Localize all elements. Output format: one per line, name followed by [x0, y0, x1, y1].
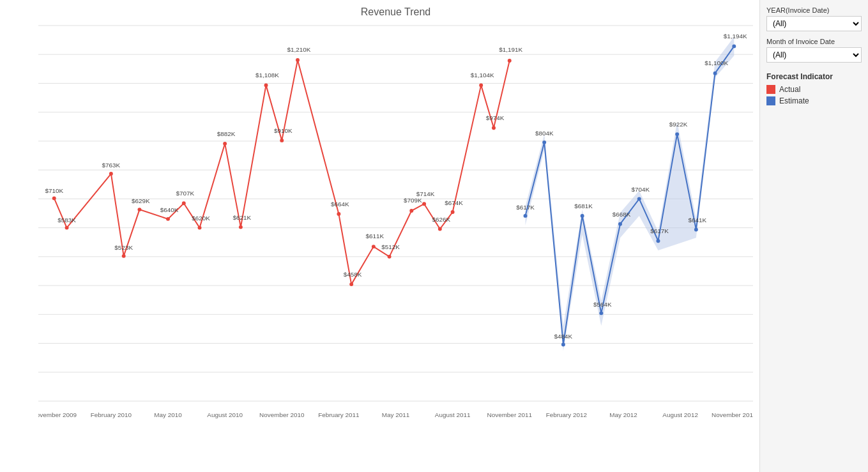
svg-text:$620K: $620K: [192, 215, 210, 222]
svg-text:$704K: $704K: [631, 186, 650, 193]
svg-text:$714K: $714K: [416, 190, 435, 197]
svg-point-98: [451, 210, 455, 214]
svg-point-83: [166, 217, 170, 221]
svg-text:$1,194K: $1,194K: [724, 33, 747, 40]
svg-text:$1,191K: $1,191K: [499, 46, 522, 53]
svg-point-88: [264, 83, 268, 87]
svg-text:$617K: $617K: [650, 227, 669, 234]
svg-text:$922K: $922K: [669, 121, 688, 128]
svg-point-110: [675, 132, 679, 136]
svg-text:November 2012: November 2012: [712, 411, 753, 418]
svg-point-92: [349, 282, 353, 286]
svg-point-103: [542, 141, 546, 144]
year-filter-section: YEAR(Invoice Date) (All): [766, 6, 862, 31]
sidebar: YEAR(Invoice Date) (All) Month of Invoic…: [759, 0, 868, 472]
svg-text:$674K: $674K: [445, 199, 463, 206]
svg-text:$512K: $512K: [381, 243, 400, 250]
svg-point-99: [479, 83, 483, 87]
svg-point-108: [637, 197, 641, 201]
svg-text:$1,210K: $1,210K: [287, 46, 311, 53]
svg-text:$804K: $804K: [535, 130, 554, 137]
year-filter-select[interactable]: (All): [766, 16, 862, 31]
estimate-label: Estimate: [779, 96, 809, 105]
svg-text:$621K: $621K: [233, 214, 252, 221]
svg-text:$763K: $763K: [102, 162, 121, 169]
svg-text:$611K: $611K: [366, 232, 385, 240]
svg-point-86: [223, 142, 227, 146]
legend-estimate: Estimate: [766, 96, 862, 105]
svg-text:$681K: $681K: [574, 202, 593, 209]
svg-text:$707K: $707K: [176, 190, 194, 197]
svg-point-90: [296, 58, 300, 62]
svg-point-105: [581, 214, 584, 218]
svg-point-106: [599, 311, 603, 315]
month-filter-section: Month of Invoice Date (All): [766, 38, 862, 63]
svg-point-112: [713, 72, 717, 75]
svg-point-80: [109, 172, 113, 176]
svg-point-100: [492, 126, 496, 130]
svg-point-89: [280, 139, 284, 142]
year-filter-label: YEAR(Invoice Date): [766, 6, 862, 14]
chart-title: Revenue Trend: [38, 6, 753, 18]
svg-point-101: [508, 59, 512, 63]
svg-point-109: [656, 239, 660, 243]
svg-point-91: [337, 212, 340, 216]
estimate-color-swatch: [766, 96, 775, 105]
actual-color-swatch: [766, 85, 775, 94]
svg-point-111: [694, 228, 698, 232]
svg-text:August 2012: August 2012: [662, 411, 698, 418]
svg-text:$1,108K: $1,108K: [255, 72, 279, 79]
svg-text:February 2011: February 2011: [318, 411, 359, 418]
svg-point-78: [52, 196, 56, 200]
svg-text:$974K: $974K: [486, 114, 505, 121]
svg-point-94: [388, 255, 392, 259]
chart-container: 0K 100K 200K 300K 400K 500K 600K 700K 80…: [38, 24, 753, 439]
svg-text:$641K: $641K: [689, 217, 707, 224]
month-filter-select[interactable]: (All): [766, 47, 862, 63]
svg-text:$1,100K: $1,100K: [704, 59, 728, 66]
svg-text:$664K: $664K: [331, 201, 349, 208]
svg-text:November 2010: November 2010: [259, 411, 305, 418]
svg-text:$564K: $564K: [593, 301, 612, 308]
svg-text:$523K: $523K: [114, 244, 133, 251]
svg-text:$640K: $640K: [160, 206, 179, 213]
svg-point-81: [122, 254, 126, 258]
actual-label: Actual: [779, 85, 800, 94]
svg-point-85: [198, 226, 202, 230]
svg-point-104: [561, 343, 565, 347]
svg-text:$910K: $910K: [274, 127, 293, 134]
svg-text:November 2009: November 2009: [38, 411, 77, 418]
legend-section: Forecast Indicator Actual Estimate: [766, 72, 862, 108]
svg-point-96: [422, 202, 426, 206]
svg-point-93: [372, 245, 376, 248]
svg-text:$710K: $710K: [45, 187, 63, 194]
svg-text:May 2011: May 2011: [382, 411, 409, 418]
svg-point-102: [524, 214, 528, 218]
svg-text:May 2012: May 2012: [609, 411, 637, 418]
svg-text:$668K: $668K: [613, 211, 631, 218]
svg-text:$458K: $458K: [344, 271, 362, 278]
svg-text:February 2010: February 2010: [91, 411, 132, 418]
svg-text:$882K: $882K: [217, 130, 236, 137]
svg-point-107: [618, 222, 622, 226]
svg-text:November 2011: November 2011: [487, 411, 532, 418]
svg-point-84: [182, 201, 186, 205]
svg-text:$484K: $484K: [554, 333, 573, 340]
svg-text:$1,104K: $1,104K: [471, 72, 494, 79]
svg-text:$626K: $626K: [432, 216, 450, 223]
svg-text:May 2010: May 2010: [154, 411, 182, 418]
svg-text:$709K: $709K: [404, 197, 422, 204]
legend-actual: Actual: [766, 85, 862, 94]
svg-text:February 2012: February 2012: [546, 411, 587, 418]
svg-point-87: [239, 225, 243, 229]
svg-text:$617K: $617K: [516, 204, 535, 211]
svg-point-95: [409, 209, 413, 213]
svg-point-97: [438, 227, 442, 231]
svg-text:$583K: $583K: [57, 217, 76, 224]
svg-point-113: [732, 44, 736, 48]
svg-text:August 2011: August 2011: [435, 411, 471, 418]
svg-point-79: [65, 226, 69, 230]
svg-text:August 2010: August 2010: [207, 411, 243, 418]
svg-marker-41: [526, 37, 735, 351]
svg-point-82: [137, 208, 141, 211]
